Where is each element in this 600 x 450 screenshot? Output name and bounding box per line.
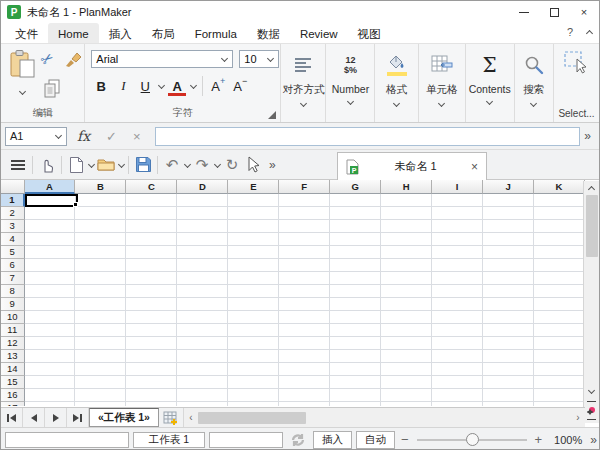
cell-G14[interactable] xyxy=(330,363,381,376)
cell-I6[interactable] xyxy=(432,259,483,272)
cell-E15[interactable] xyxy=(228,376,279,389)
cell-C5[interactable] xyxy=(126,246,177,259)
shrink-font-button[interactable]: A− xyxy=(230,75,250,97)
cell-K4[interactable] xyxy=(534,233,585,246)
row-header-2[interactable]: 2 xyxy=(1,207,25,220)
zoom-out-button[interactable]: − xyxy=(399,432,411,447)
help-button[interactable]: ? xyxy=(567,26,573,38)
cell-B14[interactable] xyxy=(75,363,126,376)
tab-view[interactable]: 视图 xyxy=(348,23,391,43)
horizontal-scrollbar[interactable]: ‹ › xyxy=(183,408,585,427)
cell-D9[interactable] xyxy=(177,298,228,311)
scroll-left-button[interactable]: ‹ xyxy=(184,412,198,423)
cell-J9[interactable] xyxy=(483,298,534,311)
contents-button[interactable]: Σ Contents xyxy=(466,44,515,122)
cell-B7[interactable] xyxy=(75,272,126,285)
cell-F17[interactable] xyxy=(279,402,330,406)
cell-E13[interactable] xyxy=(228,350,279,363)
cell-H1[interactable] xyxy=(381,194,432,207)
insert-mode-button[interactable]: 插入 xyxy=(313,431,352,449)
cell-G4[interactable] xyxy=(330,233,381,246)
cell-H13[interactable] xyxy=(381,350,432,363)
format-button[interactable]: 格式 xyxy=(375,44,418,122)
zoom-level[interactable]: 100% xyxy=(548,434,582,446)
tab-file[interactable]: 文件 xyxy=(5,23,48,43)
cell-A4[interactable] xyxy=(25,233,76,246)
cell-K14[interactable] xyxy=(534,363,585,376)
cell-A17[interactable] xyxy=(25,402,76,406)
cell-A11[interactable] xyxy=(25,324,76,337)
cell-K13[interactable] xyxy=(534,350,585,363)
tab-formula[interactable]: Formula xyxy=(185,23,247,43)
italic-button[interactable]: I xyxy=(113,75,133,97)
cell-A6[interactable] xyxy=(25,259,76,272)
cell-F13[interactable] xyxy=(279,350,330,363)
font-name-combobox[interactable]: Arial xyxy=(91,50,233,68)
zoom-in-button[interactable]: + xyxy=(533,432,545,447)
tab-home[interactable]: Home xyxy=(48,23,99,43)
cell-D5[interactable] xyxy=(177,246,228,259)
cell-C13[interactable] xyxy=(126,350,177,363)
cell-J10[interactable] xyxy=(483,311,534,324)
cell-D2[interactable] xyxy=(177,207,228,220)
cell-I3[interactable] xyxy=(432,220,483,233)
cell-H3[interactable] xyxy=(381,220,432,233)
column-header-B[interactable]: B xyxy=(75,180,126,194)
row-header-8[interactable]: 8 xyxy=(1,285,25,298)
cell-G7[interactable] xyxy=(330,272,381,285)
cell-D14[interactable] xyxy=(177,363,228,376)
sync-button[interactable] xyxy=(287,428,309,450)
cell-F11[interactable] xyxy=(279,324,330,337)
scroll-right-button[interactable]: › xyxy=(571,412,585,423)
cell-E7[interactable] xyxy=(228,272,279,285)
menu-button[interactable] xyxy=(7,153,29,177)
cell-H11[interactable] xyxy=(381,324,432,337)
cell-F3[interactable] xyxy=(279,220,330,233)
column-header-H[interactable]: H xyxy=(381,180,432,194)
row-header-1[interactable]: 1 xyxy=(1,194,25,207)
cell-A14[interactable] xyxy=(25,363,76,376)
cell-J17[interactable] xyxy=(483,402,534,406)
cell-J6[interactable] xyxy=(483,259,534,272)
cell-A9[interactable] xyxy=(25,298,76,311)
cell-K12[interactable] xyxy=(534,337,585,350)
cell-F5[interactable] xyxy=(279,246,330,259)
cell-I4[interactable] xyxy=(432,233,483,246)
tab-data[interactable]: 数据 xyxy=(247,23,290,43)
document-tab-close-button[interactable]: × xyxy=(471,160,478,174)
cell-J2[interactable] xyxy=(483,207,534,220)
maximize-button[interactable] xyxy=(539,1,569,23)
cell-K17[interactable] xyxy=(534,402,585,406)
cell-I5[interactable] xyxy=(432,246,483,259)
cell-D11[interactable] xyxy=(177,324,228,337)
column-header-G[interactable]: G xyxy=(330,180,381,194)
cell-I8[interactable] xyxy=(432,285,483,298)
search-button[interactable]: 搜索 xyxy=(515,44,554,122)
formula-input[interactable] xyxy=(155,127,581,146)
cell-C2[interactable] xyxy=(126,207,177,220)
cell-G15[interactable] xyxy=(330,376,381,389)
underline-dropdown-icon[interactable] xyxy=(157,82,165,90)
cell-C3[interactable] xyxy=(126,220,177,233)
cell-D12[interactable] xyxy=(177,337,228,350)
cell-C14[interactable] xyxy=(126,363,177,376)
dialog-launcher-icon[interactable] xyxy=(268,111,276,119)
cell-I13[interactable] xyxy=(432,350,483,363)
horizontal-scroll-thumb[interactable] xyxy=(198,412,306,424)
paste-dropdown-icon[interactable] xyxy=(18,88,26,96)
cell-I12[interactable] xyxy=(432,337,483,350)
cell-F8[interactable] xyxy=(279,285,330,298)
column-header-D[interactable]: D xyxy=(177,180,228,194)
cell-F1[interactable] xyxy=(279,194,330,207)
cell-B10[interactable] xyxy=(75,311,126,324)
row-header-15[interactable]: 15 xyxy=(1,376,25,389)
cell-E16[interactable] xyxy=(228,389,279,402)
scroll-down-button[interactable] xyxy=(584,384,599,397)
cell-A3[interactable] xyxy=(25,220,76,233)
row-header-17[interactable]: 17 xyxy=(1,402,25,406)
cell-G10[interactable] xyxy=(330,311,381,324)
row-header-3[interactable]: 3 xyxy=(1,220,25,233)
cell-H2[interactable] xyxy=(381,207,432,220)
cell-J12[interactable] xyxy=(483,337,534,350)
cell-G13[interactable] xyxy=(330,350,381,363)
